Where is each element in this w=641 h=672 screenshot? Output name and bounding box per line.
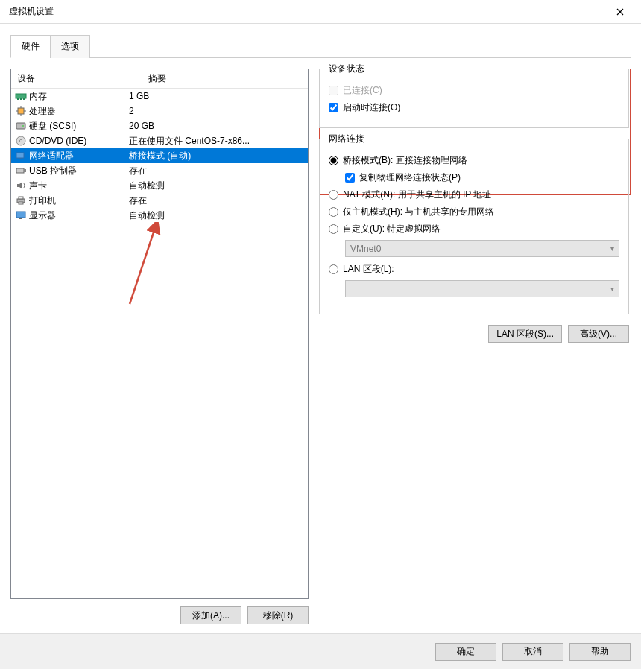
lan-segment-radio[interactable]: LAN 区段(L): [329,263,619,276]
remove-button[interactable]: 移除(R) [247,606,309,624]
nat-label: NAT 模式(N): 用于共享主机的 IP 地址 [343,188,491,201]
device-row[interactable]: 处理器2 [11,104,308,118]
tab-hardware[interactable]: 硬件 [10,35,51,58]
svg-rect-1 [17,98,19,100]
svg-rect-21 [19,218,22,219]
device-state-title: 设备状态 [326,63,367,75]
add-button[interactable]: 添加(A)... [180,606,241,624]
device-row[interactable]: 内存1 GB [11,89,308,104]
device-name: 打印机 [29,194,56,207]
replicate-label: 复制物理网络连接状态(P) [359,171,461,184]
svg-rect-13 [16,153,24,158]
device-summary: 存在 [129,165,305,177]
printer-icon [14,194,28,206]
lan-segment-label: LAN 区段(L): [343,263,394,276]
svg-rect-2 [20,98,22,100]
help-button[interactable]: 帮助 [569,643,631,661]
device-row[interactable]: 硬盘 (SCSI)20 GB [11,118,308,133]
svg-point-10 [22,125,24,127]
device-summary: 自动检测 [129,180,305,192]
disk-icon [14,120,28,132]
device-summary: 正在使用文件 CentOS-7-x86... [129,135,305,148]
device-row[interactable]: 打印机存在 [11,193,308,208]
svg-rect-16 [24,169,26,172]
cancel-button[interactable]: 取消 [502,643,563,661]
network-icon [14,150,28,162]
svg-rect-3 [23,98,25,100]
svg-rect-14 [19,158,22,159]
device-summary: 2 [129,106,305,116]
device-list[interactable]: 设备 摘要 内存1 GB处理器2硬盘 (SCSI)20 GBCD/DVD (ID… [10,69,309,599]
device-name: CD/DVD (IDE) [29,136,86,146]
svg-point-12 [20,140,22,142]
hostonly-label: 仅主机模式(H): 与主机共享的专用网络 [343,206,494,218]
tab-options[interactable]: 选项 [50,35,90,58]
svg-rect-18 [19,197,23,199]
advanced-button[interactable]: 高级(V)... [568,325,629,343]
custom-label: 自定义(U): 特定虚拟网络 [343,223,441,235]
chevron-down-icon: ▾ [610,244,614,253]
connected-checkbox: 已连接(C) [329,84,619,97]
custom-radio[interactable]: 自定义(U): 特定虚拟网络 [329,223,619,235]
lan-segments-button[interactable]: LAN 区段(S)... [488,325,562,343]
svg-rect-20 [16,212,25,218]
device-name: 声卡 [29,180,47,192]
bridged-label: 桥接模式(B): 直接连接物理网络 [343,154,467,167]
bridged-radio[interactable]: 桥接模式(B): 直接连接物理网络 [329,154,619,167]
device-list-header: 设备 摘要 [11,69,308,89]
custom-vmnet-select: VMnet0 ▾ [345,240,619,257]
device-state-group: 设备状态 已连接(C) 启动时连接(O) [319,69,629,128]
sound-icon [14,180,28,191]
device-name: 处理器 [29,105,56,118]
replicate-checkbox[interactable]: 复制物理网络连接状态(P) [345,171,619,184]
display-icon [14,209,28,221]
device-summary: 20 GB [129,121,305,131]
ok-button[interactable]: 确定 [435,643,496,661]
usb-icon [14,165,28,177]
device-row[interactable]: CD/DVD (IDE)正在使用文件 CentOS-7-x86... [11,133,308,148]
connect-at-start-label: 启动时连接(O) [343,101,400,114]
window-title: 虚拟机设置 [9,5,605,18]
custom-vmnet-value: VMnet0 [350,244,381,254]
device-row[interactable]: 显示器自动检测 [11,208,308,223]
close-icon[interactable] [605,1,635,22]
cpu-icon [14,105,28,117]
device-summary: 1 GB [129,91,305,101]
connected-label: 已连接(C) [343,84,382,97]
device-row[interactable]: USB 控制器存在 [11,163,308,178]
device-name: USB 控制器 [29,165,77,177]
device-name: 硬盘 (SCSI) [29,120,76,133]
hostonly-radio[interactable]: 仅主机模式(H): 与主机共享的专用网络 [329,206,619,218]
device-row[interactable]: 声卡自动检测 [11,178,308,193]
device-name: 网络适配器 [29,150,74,162]
connect-at-start-checkbox[interactable]: 启动时连接(O) [329,101,619,114]
svg-rect-15 [16,168,24,173]
tab-bar: 硬件 选项 [10,34,631,58]
device-name: 内存 [29,90,47,103]
device-name: 显示器 [29,209,56,222]
chevron-down-icon: ▾ [610,285,614,293]
header-device: 设备 [11,69,142,88]
device-summary: 桥接模式 (自动) [129,150,305,162]
nat-radio[interactable]: NAT 模式(N): 用于共享主机的 IP 地址 [329,188,619,201]
network-connection-title: 网络连接 [326,133,367,145]
memory-icon [14,90,28,102]
device-summary: 自动检测 [129,209,305,222]
device-summary: 存在 [129,194,305,207]
lan-segment-select: ▾ [345,280,619,297]
svg-rect-0 [16,94,26,98]
svg-rect-19 [19,202,23,204]
svg-rect-9 [16,123,25,129]
network-connection-group: 网络连接 桥接模式(B): 直接连接物理网络 复制物理网络连接状态(P) NAT… [319,139,629,314]
cd-icon [14,135,28,147]
device-row[interactable]: 网络适配器桥接模式 (自动) [11,148,308,163]
header-summary: 摘要 [142,69,308,88]
svg-rect-4 [18,108,24,114]
